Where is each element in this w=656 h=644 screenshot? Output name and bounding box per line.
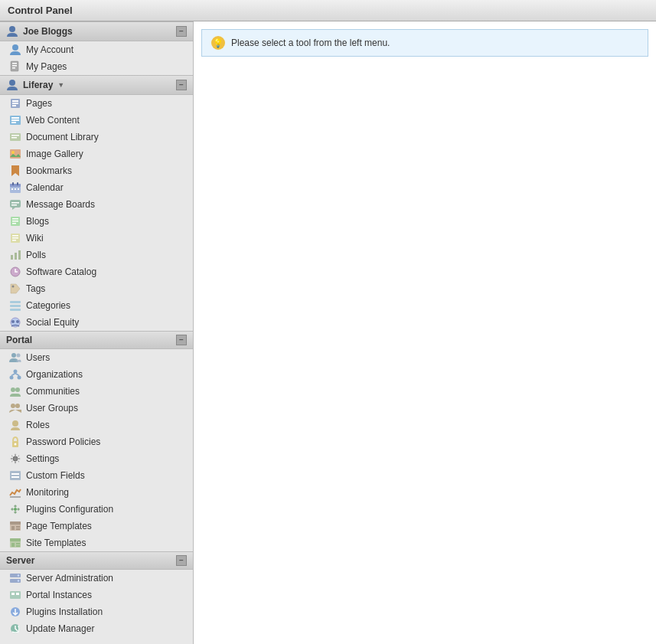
message-boards-label: Message Boards xyxy=(26,199,95,210)
calendar-item[interactable]: Calendar xyxy=(0,179,193,196)
categories-label: Categories xyxy=(26,300,70,311)
wiki-item[interactable]: Wiki xyxy=(0,230,193,247)
monitoring-item[interactable]: Monitoring xyxy=(0,484,193,501)
svg-rect-16 xyxy=(11,135,19,136)
organizations-label: Organizations xyxy=(26,369,83,380)
document-library-label: Document Library xyxy=(26,132,99,142)
web-content-item[interactable]: Web Content xyxy=(0,112,193,129)
portal-instances-item[interactable]: Portal Instances xyxy=(0,587,193,603)
svg-rect-43 xyxy=(10,301,21,303)
section-portal: Portal − xyxy=(0,331,193,349)
tags-item[interactable]: Tags xyxy=(0,280,193,297)
svg-rect-35 xyxy=(12,235,18,237)
title-bar: Control Panel xyxy=(0,0,656,21)
communities-item[interactable]: Communities xyxy=(0,383,193,400)
svg-point-6 xyxy=(9,80,15,86)
communities-label: Communities xyxy=(26,386,80,397)
main-layout: Joe Bloggs − My Account xyxy=(0,21,656,644)
svg-rect-31 xyxy=(12,218,18,220)
bookmarks-label: Bookmarks xyxy=(26,165,72,176)
svg-rect-36 xyxy=(12,237,18,239)
svg-rect-9 xyxy=(12,103,18,104)
liferay-dropdown-arrow[interactable]: ▼ xyxy=(57,81,64,89)
settings-item[interactable]: Settings xyxy=(0,450,193,467)
svg-rect-28 xyxy=(11,202,19,204)
svg-point-60 xyxy=(12,420,18,427)
svg-rect-18 xyxy=(10,149,21,159)
svg-rect-45 xyxy=(10,309,21,311)
server-administration-label: Server Administration xyxy=(26,573,113,584)
users-item[interactable]: Users xyxy=(0,349,193,366)
svg-rect-17 xyxy=(11,137,17,139)
plugins-configuration-item[interactable]: Plugins Configuration xyxy=(0,501,193,518)
plugins-configuration-label: Plugins Configuration xyxy=(26,504,113,515)
communities-icon xyxy=(9,385,21,397)
collapse-portal[interactable]: − xyxy=(176,335,187,345)
collapse-liferay[interactable]: − xyxy=(176,80,187,90)
lightbulb-icon: 💡 xyxy=(211,36,225,50)
page-templates-item[interactable]: Page Templates xyxy=(0,518,193,534)
blogs-icon xyxy=(9,215,21,227)
roles-icon xyxy=(9,419,21,431)
social-equity-item[interactable]: Social Equity xyxy=(0,314,193,331)
update-manager-item[interactable]: Update Manager xyxy=(0,620,193,637)
svg-point-0 xyxy=(9,26,15,32)
server-administration-item[interactable]: Server Administration xyxy=(0,570,193,587)
categories-icon xyxy=(9,299,21,312)
tags-icon xyxy=(9,283,21,295)
svg-rect-72 xyxy=(16,526,20,528)
page-templates-icon xyxy=(9,520,21,532)
bookmarks-item[interactable]: Bookmarks xyxy=(0,162,193,179)
organizations-icon xyxy=(9,368,21,381)
svg-rect-44 xyxy=(10,305,21,307)
section-joe-bloggs: Joe Bloggs − xyxy=(0,21,193,41)
collapse-server[interactable]: − xyxy=(176,555,187,566)
user-groups-item[interactable]: User Groups xyxy=(0,400,193,417)
software-catalog-item[interactable]: Software Catalog xyxy=(0,263,193,280)
polls-item[interactable]: Polls xyxy=(0,247,193,263)
svg-point-58 xyxy=(11,404,15,408)
plugins-installation-item[interactable]: Plugins Installation xyxy=(0,603,193,620)
svg-point-81 xyxy=(18,574,19,576)
bookmarks-icon xyxy=(9,165,21,177)
svg-rect-73 xyxy=(16,528,20,530)
message-boards-item[interactable]: Message Boards xyxy=(0,196,193,213)
categories-item[interactable]: Categories xyxy=(0,297,193,314)
svg-line-55 xyxy=(15,374,19,376)
pages-item[interactable]: Pages xyxy=(0,95,193,112)
document-library-item[interactable]: Document Library xyxy=(0,129,193,145)
monitoring-label: Monitoring xyxy=(26,487,69,498)
svg-rect-8 xyxy=(12,100,18,102)
svg-rect-65 xyxy=(11,473,19,475)
settings-icon xyxy=(9,453,21,465)
svg-rect-5 xyxy=(12,67,15,69)
collapse-joe-bloggs[interactable]: − xyxy=(176,26,187,37)
info-message: Please select a tool from the left menu. xyxy=(231,38,390,48)
my-pages-label: My Pages xyxy=(26,61,67,72)
tags-label: Tags xyxy=(26,283,45,294)
image-gallery-item[interactable]: Image Gallery xyxy=(0,145,193,162)
my-account-item[interactable]: My Account xyxy=(0,41,193,58)
svg-rect-22 xyxy=(12,182,14,185)
plugins-installation-icon xyxy=(9,606,21,618)
organizations-item[interactable]: Organizations xyxy=(0,366,193,383)
svg-rect-85 xyxy=(16,593,19,595)
sidebar: Joe Bloggs − My Account xyxy=(0,21,194,644)
roles-item[interactable]: Roles xyxy=(0,417,193,433)
svg-rect-76 xyxy=(11,543,15,547)
web-content-label: Web Content xyxy=(26,115,80,126)
svg-point-68 xyxy=(14,508,17,511)
svg-rect-25 xyxy=(15,188,16,190)
password-policies-item[interactable]: Password Policies xyxy=(0,433,193,450)
image-gallery-label: Image Gallery xyxy=(26,149,83,159)
my-pages-item[interactable]: My Pages xyxy=(0,58,193,75)
blogs-item[interactable]: Blogs xyxy=(0,213,193,230)
portal-instances-label: Portal Instances xyxy=(26,590,92,600)
svg-rect-10 xyxy=(12,105,16,106)
svg-point-19 xyxy=(11,151,15,154)
custom-fields-item[interactable]: Custom Fields xyxy=(0,467,193,484)
plugins-installation-label: Plugins Installation xyxy=(26,606,103,617)
site-templates-item[interactable]: Site Templates xyxy=(0,534,193,551)
section-portal-label: Portal xyxy=(6,335,32,345)
plugins-configuration-icon xyxy=(9,503,21,515)
